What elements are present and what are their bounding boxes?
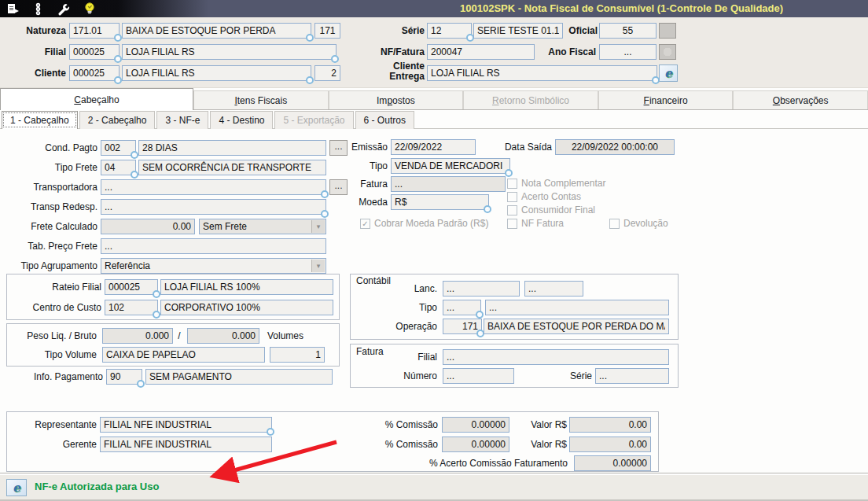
lookup-icon [321,190,329,198]
peso-liquido-field[interactable]: 0.000 [102,328,173,344]
checkbox-unchecked-icon[interactable] [507,179,517,189]
contabil-tipo-field-2[interactable]: ... [485,300,669,315]
nfe-logo-button[interactable]: e [659,64,678,82]
chevron-down-icon[interactable]: ▾ [311,220,325,233]
checkbox-acerto-contas[interactable]: Acerto Contas [507,191,581,202]
fatura-filial-field[interactable]: ... [443,349,669,365]
cliente-entrega-field[interactable]: LOJA FILIAL RS [427,65,657,81]
checkbox-unchecked-icon[interactable] [507,219,517,229]
checkbox-devolucao[interactable]: Devolução [609,218,668,229]
lookup-icon [114,34,122,42]
transp-redesp-field[interactable]: ... [101,199,326,215]
lightbulb-icon[interactable] [83,2,97,16]
oficial-button[interactable] [659,23,676,39]
wrench-icon[interactable] [57,2,70,16]
pct-comissao-1-field[interactable]: 0.00000 [442,417,509,433]
natureza-cfop-field[interactable]: 171 [314,23,340,39]
frete-calculado-field[interactable]: 0.00 [101,219,195,234]
tipo-volume-field[interactable]: CAIXA DE PAPELAO [102,347,265,363]
checkbox-checked-icon[interactable]: ✓ [360,219,370,229]
transportadora-field[interactable]: ... [101,179,326,195]
peso-bruto-field[interactable]: 0.000 [187,328,259,344]
serie-code-field[interactable]: 12 [427,23,472,39]
oficial-field[interactable]: 55 [599,23,657,39]
ano-fiscal-button[interactable] [659,44,676,60]
nfe-logo-icon: e [660,65,677,81]
cliente-loja-field[interactable]: 2 [314,65,340,81]
operacao-desc-value: BAIXA DE ESTOQUE POR PERDA DO MA [487,319,665,333]
valor-2-field[interactable]: 0.00 [569,437,651,452]
fatura-serie-field[interactable]: ... [595,368,669,384]
contabil-tipo-label: Tipo [338,300,437,315]
cliente-desc-field[interactable]: LOJA FILIAL RS [122,65,311,81]
centro-custo-code-field[interactable]: 102 [105,300,158,315]
checkbox-consumidor-final[interactable]: Consumidor Final [507,204,595,216]
cliente-code-field[interactable]: 000025 [69,65,120,81]
pct-comissao-2-field[interactable]: 0.00000 [442,437,509,452]
fatura-numero-field[interactable]: ... [443,368,514,384]
subtab-3-nfe[interactable]: 3 - NF-e [156,111,208,129]
serie-desc-value: SERIE TESTE 01.1 [477,24,559,38]
tab-cabecalho[interactable]: Cabeçalho [0,88,193,110]
natureza-code-field[interactable]: 171.01 [69,23,120,39]
tab-financeiro[interactable]: Financeiro [598,90,734,110]
tipo-agrupamento-combobox[interactable]: Referência▾ [101,258,326,274]
moeda-field[interactable]: R$ [391,194,489,210]
ano-fiscal-field[interactable]: ... [599,44,657,60]
acerto-comissao-value: 0.00000 [578,456,647,470]
emissao-field[interactable]: 22/09/2022 [391,139,476,155]
tab-preco-frete-field[interactable]: ... [101,238,326,254]
serie-desc-field[interactable]: SERIE TESTE 01.1 [473,23,563,39]
acerto-comissao-field[interactable]: 0.00000 [574,455,651,471]
report-export-icon[interactable] [6,2,20,16]
subtab-4-destino[interactable]: 4 - Destino [210,111,273,129]
tab-impostos[interactable]: Impostos [329,90,464,110]
tipo-field[interactable]: VENDA DE MERCADORI [391,158,510,174]
centro-custo-desc-field[interactable]: CORPORATIVO 100% [160,300,333,315]
nf-fatura-field[interactable]: 200047 [427,44,535,60]
lookup-icon [114,76,122,84]
rateio-filial-desc-field[interactable]: LOJA FILIAL RS 100% [160,279,333,295]
info-pagamento-code-field[interactable]: 90 [106,369,142,385]
fatura-field[interactable]: ... [391,176,506,192]
pct-comissao-1-value: 0.00000 [446,418,506,432]
traffic-light-icon[interactable] [32,2,44,16]
operacao-code-field[interactable]: 171 [443,319,482,334]
volumes-qty-field[interactable]: 1 [270,347,325,363]
data-saida-field[interactable]: 22/09/2022 00:00:00 [555,139,675,155]
checkbox-cobrar-moeda-padrao[interactable]: ✓ Cobrar Moeda Padrão (R$) [360,218,488,229]
lanc-field-2[interactable]: ... [524,281,583,297]
subtab-2-cabecalho[interactable]: 2 - Cabeçalho [79,111,156,129]
tipo-frete-code-field[interactable]: 04 [101,160,136,175]
representante-field[interactable]: FILIAL NFE INDUSTRIAL [100,417,272,433]
subtab-6-outros[interactable]: 6 - Outros [355,111,414,129]
checkbox-nf-fatura[interactable]: NF Fatura [507,218,564,229]
contabil-tipo-value-1: ... [447,300,477,315]
tipo-volume-label: Tipo Volume [0,347,97,363]
frete-modo-combobox[interactable]: Sem Frete▾ [199,219,326,234]
emissao-value: 22/09/2022 [395,140,472,154]
checkbox-nota-complementar[interactable]: Nota Complementar [507,178,605,189]
rateio-filial-code-field[interactable]: 000025 [105,279,158,295]
subtab-1-cabecalho[interactable]: 1 - Cabeçalho [2,111,78,129]
filial-desc-field[interactable]: LOJA FILIAL RS [122,44,337,60]
lanc-field-1[interactable]: ... [443,281,520,297]
transportadora-value: ... [105,180,322,194]
checkbox-unchecked-icon[interactable] [507,205,517,216]
tipo-frete-desc-field[interactable]: SEM OCORRÊNCIA DE TRANSPORTE [138,160,326,175]
frete-calculado-value: 0.00 [105,219,191,234]
contabil-tipo-field-1[interactable]: ... [443,300,481,315]
chevron-down-icon[interactable]: ▾ [311,260,325,272]
tab-observacoes[interactable]: Observações [733,90,868,110]
cond-pagto-code-field[interactable]: 002 [101,140,136,156]
valor-1-field[interactable]: 0.00 [569,417,651,433]
operacao-desc-field[interactable]: BAIXA DE ESTOQUE POR PERDA DO MA [484,319,669,334]
checkbox-unchecked-icon[interactable] [609,219,620,229]
info-pagamento-desc-field[interactable]: SEM PAGAMENTO [145,369,333,385]
filial-code-field[interactable]: 000025 [69,44,120,60]
cond-pagto-desc-field[interactable]: 28 DIAS [138,140,326,156]
fatura-numero-value: ... [447,369,510,383]
natureza-desc-field[interactable]: BAIXA DE ESTOQUE POR PERDA [122,23,311,39]
checkbox-unchecked-icon[interactable] [507,192,517,202]
tab-itens-fiscais[interactable]: Itens Fiscais [193,90,329,110]
